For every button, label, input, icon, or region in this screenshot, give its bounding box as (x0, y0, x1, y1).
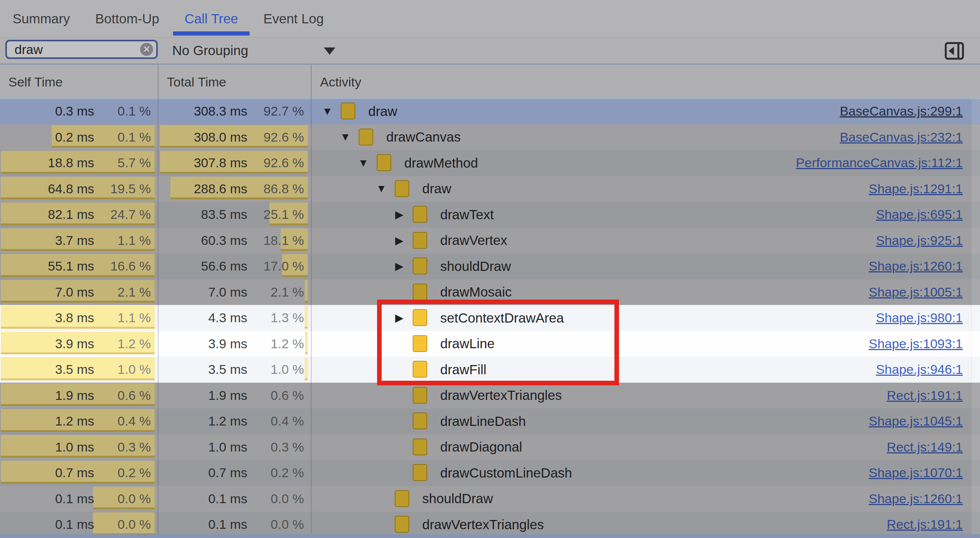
table-row[interactable]: 1.0 ms 0.3 % 1.0 ms 0.3 % drawDiagonal R… (0, 434, 980, 460)
self-time-cell: 64.8 ms 19.5 % (0, 176, 158, 202)
self-time-percent: 0.2 % (118, 460, 151, 486)
table-row[interactable]: 0.1 ms 0.0 % 0.1 ms 0.0 % shouldDraw Sha… (0, 486, 980, 512)
expand-arrow-icon[interactable]: ▼ (321, 98, 334, 124)
self-time-value: 3.8 ms (55, 305, 94, 331)
filter-input[interactable] (7, 41, 141, 57)
activity-cell: ▶ setContextDrawArea Shape.js:980:1 (311, 305, 980, 331)
expand-arrow-icon[interactable] (393, 383, 406, 409)
source-link[interactable]: Rect.js:191:1 (887, 512, 963, 538)
grouping-dropdown[interactable]: No Grouping (172, 37, 248, 64)
self-time-percent: 1.0 % (118, 357, 151, 383)
total-time-value: 308.3 ms (194, 98, 247, 124)
expand-arrow-icon[interactable]: ▶ (393, 202, 406, 228)
source-link[interactable]: Shape.js:980:1 (876, 305, 963, 331)
tab-label: Summary (13, 11, 70, 26)
self-time-cell: 0.1 ms 0.0 % (0, 512, 158, 538)
activity-name: shouldDraw (440, 253, 511, 279)
total-time-percent: 92.6 % (263, 124, 304, 150)
total-time-cell: 56.6 ms 17.0 % (158, 253, 311, 279)
activity-name: drawVertexTriangles (422, 512, 544, 538)
expand-arrow-icon[interactable]: ▶ (393, 228, 406, 254)
total-time-cell: 3.5 ms 1.0 % (158, 357, 311, 383)
category-square-icon (341, 103, 355, 119)
expand-arrow-icon[interactable] (393, 279, 406, 305)
dropdown-caret-icon[interactable] (324, 47, 335, 55)
self-time-cell: 3.9 ms 1.2 % (0, 331, 158, 357)
table-row[interactable]: 3.8 ms 1.1 % 4.3 ms 1.3 % ▶ setContextDr… (0, 305, 980, 331)
source-link[interactable]: BaseCanvas.js:299:1 (840, 98, 963, 124)
table-row[interactable]: 1.2 ms 0.4 % 1.2 ms 0.4 % drawLineDash S… (0, 408, 980, 434)
source-link[interactable]: Shape.js:1291:1 (869, 176, 963, 202)
column-header-activity[interactable]: Activity (311, 65, 980, 99)
total-time-value: 0.1 ms (208, 486, 247, 512)
source-link[interactable]: Shape.js:1260:1 (869, 253, 963, 279)
expand-arrow-icon[interactable] (393, 357, 406, 383)
activity-cell: ▶ drawVertex Shape.js:925:1 (311, 228, 980, 254)
call-tree-grid: 0.3 ms 0.1 % 308.3 ms 92.7 % ▼ draw Base… (0, 98, 980, 538)
total-time-value: 307.8 ms (194, 150, 247, 176)
expand-arrow-icon[interactable]: ▼ (375, 176, 388, 202)
clear-filter-icon[interactable]: ✕ (140, 43, 153, 56)
activity-cell: drawVertexTriangles Rect.js:191:1 (311, 383, 980, 409)
table-row[interactable]: 0.2 ms 0.1 % 308.0 ms 92.6 % ▼ drawCanva… (0, 124, 980, 150)
tab-call-tree[interactable]: Call Tree (172, 0, 251, 37)
expand-arrow-icon[interactable]: ▶ (393, 305, 406, 331)
self-time-value: 1.0 ms (55, 434, 94, 460)
table-row[interactable]: 3.5 ms 1.0 % 3.5 ms 1.0 % drawFill Shape… (0, 357, 980, 383)
expand-arrow-icon[interactable] (393, 434, 406, 460)
source-link[interactable]: PerformanceCanvas.js:112:1 (796, 150, 963, 176)
expand-arrow-icon[interactable]: ▼ (357, 150, 370, 176)
category-square-icon (395, 516, 409, 533)
self-time-value: 3.5 ms (55, 357, 94, 383)
table-row[interactable]: 0.1 ms 0.0 % 0.1 ms 0.0 % drawVertexTria… (0, 512, 980, 538)
self-time-cell: 18.8 ms 5.7 % (0, 150, 158, 176)
column-header-self-time[interactable]: Self Time (0, 65, 158, 99)
table-row[interactable]: 82.1 ms 24.7 % 83.5 ms 25.1 % ▶ drawText… (0, 202, 980, 228)
source-link[interactable]: Shape.js:946:1 (876, 357, 963, 383)
table-row[interactable]: 7.0 ms 2.1 % 7.0 ms 2.1 % drawMosaic Sha… (0, 279, 980, 305)
panel-tabbar: SummaryBottom-UpCall TreeEvent Log (0, 0, 980, 37)
total-time-bar (305, 332, 308, 355)
tab-bottom-up[interactable]: Bottom-Up (83, 0, 172, 37)
table-row[interactable]: 64.8 ms 19.5 % 288.6 ms 86.8 % ▼ draw Sh… (0, 176, 980, 202)
source-link[interactable]: Shape.js:1005:1 (869, 279, 963, 305)
source-link[interactable]: BaseCanvas.js:232:1 (840, 124, 963, 150)
table-row[interactable]: 55.1 ms 16.6 % 56.6 ms 17.0 % ▶ shouldDr… (0, 253, 980, 279)
self-time-cell: 0.1 ms 0.0 % (0, 486, 158, 512)
expand-arrow-icon[interactable] (393, 408, 406, 434)
collapse-right-panel-icon[interactable] (945, 42, 964, 60)
self-time-cell: 3.8 ms 1.1 % (0, 305, 158, 331)
tab-event-log[interactable]: Event Log (251, 0, 336, 37)
table-row[interactable]: 0.7 ms 0.2 % 0.7 ms 0.2 % drawCustomLine… (0, 460, 980, 486)
total-time-value: 7.0 ms (208, 279, 247, 305)
source-link[interactable]: Shape.js:1093:1 (869, 331, 963, 357)
table-row[interactable]: 3.7 ms 1.1 % 60.3 ms 18.1 % ▶ drawVertex… (0, 228, 980, 254)
table-row[interactable]: 0.3 ms 0.1 % 308.3 ms 92.7 % ▼ draw Base… (0, 98, 980, 124)
expand-arrow-icon[interactable] (393, 460, 406, 486)
self-time-cell: 1.0 ms 0.3 % (0, 434, 158, 460)
source-link[interactable]: Shape.js:1045:1 (869, 408, 963, 434)
source-link[interactable]: Rect.js:149:1 (887, 434, 963, 460)
toolbar: ✕ No Grouping (0, 37, 980, 65)
expand-arrow-icon[interactable] (375, 486, 388, 512)
expand-arrow-icon[interactable]: ▶ (393, 253, 406, 279)
tab-summary[interactable]: Summary (0, 0, 83, 37)
source-link[interactable]: Shape.js:1260:1 (869, 486, 963, 512)
source-link[interactable]: Rect.js:191:1 (887, 383, 963, 409)
total-time-value: 0.7 ms (208, 460, 247, 486)
expand-arrow-icon[interactable] (393, 331, 406, 357)
table-row[interactable]: 3.9 ms 1.2 % 3.9 ms 1.2 % drawLine Shape… (0, 331, 980, 357)
category-square-icon (413, 439, 427, 455)
table-row[interactable]: 1.9 ms 0.6 % 1.9 ms 0.6 % drawVertexTria… (0, 383, 980, 409)
source-link[interactable]: Shape.js:1070:1 (869, 460, 963, 486)
source-link[interactable]: Shape.js:925:1 (876, 228, 963, 254)
total-time-percent: 25.1 % (263, 202, 304, 228)
table-row[interactable]: 18.8 ms 5.7 % 307.8 ms 92.6 % ▼ drawMeth… (0, 150, 980, 176)
expand-arrow-icon[interactable]: ▼ (339, 124, 352, 150)
self-time-value: 1.9 ms (55, 383, 94, 409)
expand-arrow-icon[interactable] (375, 512, 388, 538)
self-time-value: 0.2 ms (55, 124, 94, 150)
column-header-total-time[interactable]: Total Time (158, 65, 311, 99)
source-link[interactable]: Shape.js:695:1 (876, 202, 963, 228)
category-square-icon (359, 129, 373, 145)
